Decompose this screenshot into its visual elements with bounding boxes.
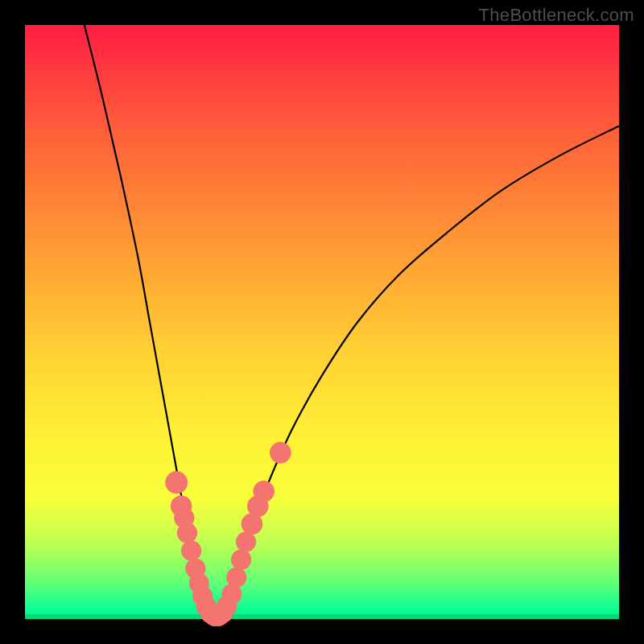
chart-canvas: TheBottleneck.com [0,0,644,644]
watermark-text: TheBottleneck.com [479,5,634,26]
marker-point [253,481,275,502]
marker-point [270,442,291,464]
marker-point [226,568,246,588]
marker-point [236,531,256,551]
marker-point [181,540,201,560]
marker-point [177,522,197,543]
bottleneck-curve [85,25,619,618]
curve-svg [25,25,619,619]
marker-point [231,550,251,570]
curve-markers [165,442,291,626]
plot-area [25,25,619,619]
marker-point [165,471,188,493]
